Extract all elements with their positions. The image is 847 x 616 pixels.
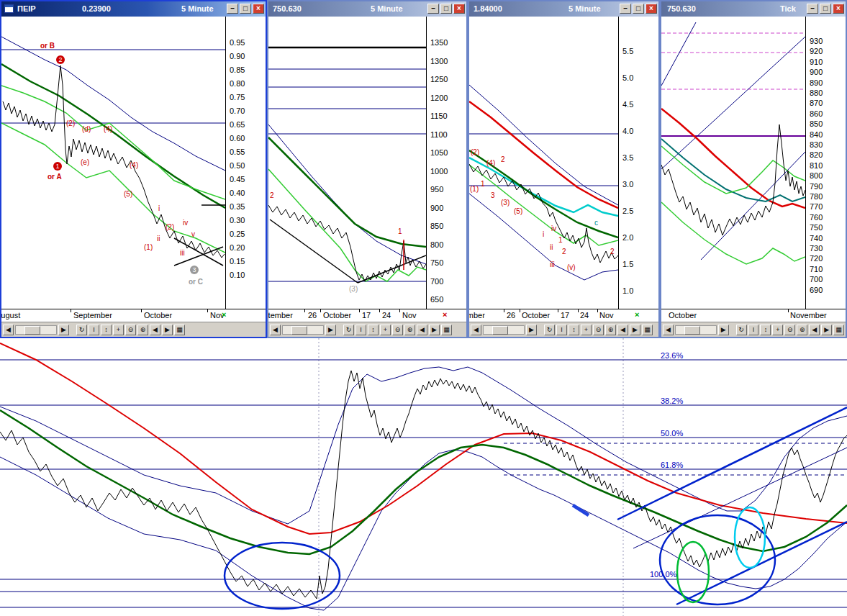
vertical-zoom-button[interactable]: ↕: [368, 325, 379, 335]
chart-plot-area[interactable]: (2)(4)2(1)13(3)(5)iivii12iii(v)c2: [469, 17, 618, 309]
scrollbar-thumb[interactable]: [492, 326, 508, 335]
maximize-button[interactable]: □: [633, 4, 644, 14]
chart-plot-area[interactable]: [661, 17, 805, 309]
maximize-button[interactable]: □: [440, 4, 452, 14]
chart-link-icon[interactable]: ×: [635, 310, 639, 319]
layout-grid-button[interactable]: ▦: [642, 325, 653, 335]
vertical-zoom-button[interactable]: ↕: [760, 325, 771, 335]
scroll-right-button[interactable]: ▶: [718, 325, 729, 335]
pan-button[interactable]: +: [113, 325, 124, 335]
vertical-zoom-button[interactable]: ↕: [569, 325, 579, 335]
scroll-right-button[interactable]: ▶: [325, 325, 336, 335]
date-axis[interactable]: September26October1724Nov×: [469, 309, 658, 322]
chart-plot-area[interactable]: or B2(2)(d)(4)(e)1or A(4)(5)iii(2)(1)ivv…: [1, 17, 225, 309]
price-scale-value: 1150: [430, 112, 448, 120]
green-ellipse[interactable]: [677, 542, 709, 602]
h-scrollbar[interactable]: [483, 325, 525, 335]
maximize-button[interactable]: □: [820, 4, 831, 14]
scroll-page-right-button[interactable]: ▶: [821, 325, 832, 335]
close-button[interactable]: ×: [253, 4, 264, 14]
layout-grid-button[interactable]: ▦: [441, 325, 452, 335]
scroll-page-left-button[interactable]: ◀: [617, 325, 628, 335]
scrollbar-thumb[interactable]: [291, 326, 307, 335]
price-scale[interactable]: 9309209109008908808708608508408308208108…: [805, 17, 846, 309]
window-title-interval: 5 Minute: [181, 4, 214, 13]
h-scrollbar[interactable]: [675, 325, 717, 335]
layout-grid-button[interactable]: ▦: [174, 325, 185, 335]
maximize-button[interactable]: □: [240, 4, 251, 14]
main-fib-chart[interactable]: 23.6%38.2%50.0%61.8%100.0%: [0, 338, 847, 616]
chart-label: (e): [81, 158, 89, 166]
layout-grid-button[interactable]: ▦: [833, 325, 844, 335]
window-titlebar[interactable]: ΠΕΙΡ 0.23900 5 Minute – □ ×: [1, 1, 266, 17]
scroll-left-button[interactable]: ◀: [3, 325, 14, 335]
chart-plot-area[interactable]: 21(3): [268, 17, 426, 309]
chart-link-icon[interactable]: ×: [222, 310, 226, 319]
h-scrollbar[interactable]: [15, 325, 57, 335]
window-titlebar[interactable]: 750.630 5 Minute – □ ×: [268, 1, 466, 17]
refresh-button[interactable]: ↻: [736, 325, 747, 335]
refresh-button[interactable]: ↻: [343, 325, 354, 335]
date-axis-label: 24: [382, 311, 391, 320]
crosshair-cursor-button[interactable]: I: [355, 325, 366, 335]
scrollbar-thumb[interactable]: [684, 326, 700, 335]
price-scale-value: 800: [430, 240, 443, 249]
pan-button[interactable]: +: [772, 325, 783, 335]
window-titlebar[interactable]: 750.630 Tick – □ ×: [661, 1, 846, 17]
price-scale[interactable]: 1350130012501200115011001050100095090085…: [426, 17, 466, 309]
scroll-page-right-button[interactable]: ▶: [630, 325, 640, 335]
alert-icon[interactable]: ×: [443, 310, 447, 319]
zoom-in-button[interactable]: ⊕: [404, 325, 415, 335]
zoom-out-button[interactable]: ⊖: [392, 325, 403, 335]
price-scale[interactable]: 5.55.04.54.03.53.02.52.01.51.0: [618, 17, 658, 309]
w1-canvas: or B2(2)(d)(4)(e)1or A(4)(5)iii(2)(1)ivv…: [1, 17, 225, 309]
scroll-page-left-button[interactable]: ◀: [417, 325, 427, 335]
chart-label: 2: [501, 155, 505, 163]
crosshair-cursor-button[interactable]: I: [556, 325, 567, 335]
zoom-out-button[interactable]: ⊖: [125, 325, 136, 335]
price-scale-value: 880: [810, 89, 823, 97]
scroll-page-left-button[interactable]: ◀: [809, 325, 820, 335]
minimize-button[interactable]: –: [427, 4, 439, 14]
close-button[interactable]: ×: [833, 4, 844, 14]
price-scale[interactable]: 0.950.900.850.800.750.700.650.600.550.50…: [225, 17, 266, 309]
date-axis[interactable]: AugustSeptemberOctoberNov×: [1, 309, 266, 322]
price-scale-value: 1.0: [622, 286, 633, 295]
zoom-in-button[interactable]: ⊕: [137, 325, 148, 335]
price-scale-value: 870: [810, 99, 823, 107]
close-button[interactable]: ×: [646, 4, 657, 14]
h-scrollbar[interactable]: [282, 325, 324, 335]
scroll-page-right-button[interactable]: ▶: [162, 325, 173, 335]
scroll-left-button[interactable]: ◀: [471, 325, 481, 335]
price-scale-value: 750: [810, 223, 823, 232]
minimize-button[interactable]: –: [807, 4, 818, 14]
crosshair-cursor-button[interactable]: I: [748, 325, 759, 335]
axis-tick: [207, 309, 208, 312]
minimize-button[interactable]: –: [620, 4, 631, 14]
vertical-zoom-button[interactable]: ↕: [101, 325, 112, 335]
scroll-right-button[interactable]: ▶: [526, 325, 537, 335]
minimize-button[interactable]: –: [227, 4, 238, 14]
zoom-in-button[interactable]: ⊕: [605, 325, 616, 335]
refresh-button[interactable]: ↻: [544, 325, 555, 335]
zoom-in-button[interactable]: ⊕: [797, 325, 807, 335]
pan-button[interactable]: +: [380, 325, 391, 335]
scroll-left-button[interactable]: ◀: [663, 325, 674, 335]
scrollbar-thumb[interactable]: [24, 326, 40, 335]
scroll-left-button[interactable]: ◀: [270, 325, 281, 335]
close-button[interactable]: ×: [453, 4, 465, 14]
zoom-out-button[interactable]: ⊖: [593, 325, 604, 335]
axis-tick: [71, 309, 71, 312]
window-titlebar[interactable]: 1.84000 5 Minute – □ ×: [469, 1, 658, 17]
chart-toolbar: ◀▶↻I↕+⊖⊕◀▶▦: [268, 322, 466, 337]
scroll-page-left-button[interactable]: ◀: [150, 325, 160, 335]
zoom-out-button[interactable]: ⊖: [784, 325, 795, 335]
blue-ellipse-right[interactable]: [660, 515, 775, 604]
scroll-right-button[interactable]: ▶: [58, 325, 69, 335]
date-axis[interactable]: OctoberNovember: [661, 309, 846, 322]
scroll-page-right-button[interactable]: ▶: [429, 325, 440, 335]
date-axis[interactable]: September26October1724Nov×: [268, 309, 466, 322]
pan-button[interactable]: +: [581, 325, 592, 335]
crosshair-cursor-button[interactable]: I: [89, 325, 99, 335]
refresh-button[interactable]: ↻: [76, 325, 87, 335]
